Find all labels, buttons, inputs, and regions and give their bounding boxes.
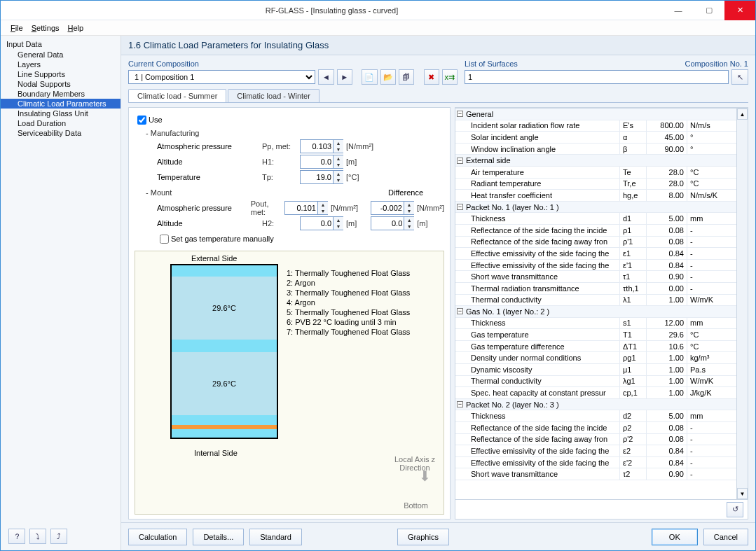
diagram-layer-1: 1: Thermally Toughened Float Glass — [287, 268, 410, 278]
help-icon[interactable]: ？ — [8, 529, 25, 544]
property-row: Reflectance of the side facing away fron… — [455, 237, 748, 249]
sidebar-item-layers[interactable]: Layers — [1, 60, 121, 69]
mount-p-dunit: [N/mm²] — [417, 204, 444, 212]
menu-settings[interactable]: Settings — [29, 24, 62, 32]
property-category[interactable]: −Packet No. 2 (layer No.: 3 ) — [455, 399, 748, 411]
property-row: Reflectance of the side facing away fron… — [455, 434, 748, 446]
mount-p-input[interactable]: ▲▼ — [284, 201, 328, 215]
menu-file[interactable]: File — [8, 24, 26, 32]
sidebar: Input Data General Data Layers Line Supp… — [1, 36, 121, 550]
property-row: Short wave transmittanceτ10.90- — [455, 271, 748, 283]
scroll-down-icon[interactable]: ▼ — [737, 488, 748, 499]
mount-h-dunit: [m] — [417, 219, 427, 228]
set-gas-checkbox-input[interactable] — [160, 235, 169, 244]
surfaces-input[interactable] — [465, 70, 729, 84]
cancel-button[interactable]: Cancel — [703, 529, 748, 545]
form-panel: Use - Manufacturing Atmospheric pressure… — [128, 107, 451, 519]
property-row: Heat transfer coefficienthg,e8.00N/m/s/K — [455, 190, 748, 202]
manu-p-input[interactable]: ▲▼ — [300, 139, 343, 153]
sidebar-item-line-supports[interactable]: Line Supports — [1, 69, 121, 79]
diagram-temp-2: 29.6°C — [212, 379, 236, 388]
details-button[interactable]: Details... — [193, 529, 244, 545]
property-row: Thicknessd25.00mm — [455, 410, 748, 422]
prev-button[interactable]: ◄ — [318, 69, 334, 85]
property-row: Effective emissivity of the side facing … — [455, 445, 748, 457]
mount-h-symbol: H2: — [262, 219, 300, 228]
export-icon[interactable]: ⤴ — [50, 529, 67, 544]
import-icon[interactable]: ⤵ — [29, 529, 46, 544]
manu-t-input[interactable]: ▲▼ — [300, 170, 343, 184]
set-gas-checkbox[interactable]: Set gas temperature manually — [157, 231, 444, 246]
delete-icon[interactable]: ✖ — [424, 69, 439, 85]
scroll-up-icon[interactable]: ▲ — [737, 109, 748, 120]
layers-diagram: External Side Internal Side 29.6°C 29.6°… — [135, 251, 444, 515]
sidebar-item-insulating-glass-unit[interactable]: Insulating Glass Unit — [1, 109, 121, 118]
property-row: Radiant temperatureTr,e28.0°C — [455, 179, 748, 190]
sidebar-item-load-duration[interactable]: Load Duration — [1, 118, 121, 128]
new-icon[interactable]: 📄 — [362, 69, 377, 85]
manufacturing-header: - Manufacturing — [146, 129, 444, 137]
current-composition-label: Current Composition — [128, 60, 458, 68]
titlebar: RF-GLASS - [Insulating glass - curved] —… — [1, 1, 755, 20]
pick-surfaces-icon[interactable]: ↖ — [731, 69, 748, 85]
property-row: Gas temperature differenceΔT110.6°C — [455, 341, 748, 353]
internal-side-label: Internal Side — [194, 449, 238, 457]
next-button[interactable]: ► — [337, 69, 352, 85]
manu-h-unit: [m] — [346, 158, 357, 166]
use-checkbox[interactable]: Use — [135, 112, 444, 127]
excel-icon[interactable]: x⇉ — [442, 69, 458, 85]
property-category[interactable]: −Gas No. 1 (layer No.: 2 ) — [455, 306, 748, 318]
property-row: Reflectance of the side facing the incid… — [455, 422, 748, 434]
graphics-button[interactable]: Graphics — [397, 529, 449, 545]
property-category[interactable]: −Packet No. 1 (layer No.: 1 ) — [455, 202, 748, 214]
difference-label: Difference — [388, 188, 423, 197]
tab-winter[interactable]: Climatic load - Winter — [228, 89, 319, 102]
manu-h-input[interactable]: ▲▼ — [300, 155, 343, 169]
ok-button[interactable]: OK — [652, 529, 698, 545]
standard-button[interactable]: Standard — [249, 529, 302, 545]
use-label: Use — [149, 116, 163, 124]
mount-header: - Mount — [146, 188, 172, 197]
reset-icon[interactable]: ↺ — [727, 502, 743, 517]
property-row: Reflectance of the side facing the incid… — [455, 225, 748, 237]
composition-select[interactable]: 1 | Composition 1 — [128, 70, 315, 84]
page-title: 1.6 Climatic Load Parameters for Insulat… — [121, 36, 755, 55]
mount-p-diff[interactable]: ▲▼ — [371, 201, 414, 215]
mount-h-diff[interactable]: ▲▼ — [371, 216, 414, 230]
tree-header: Input Data — [1, 39, 121, 50]
maximize-button[interactable]: ▢ — [694, 1, 724, 20]
menu-help[interactable]: Help — [65, 24, 87, 32]
tab-summer[interactable]: Climatic load - Summer — [128, 89, 226, 102]
property-row: Effective emissivity of the side facing … — [455, 248, 748, 260]
property-row: Thicknesss112.00mm — [455, 318, 748, 330]
footer: Calculation Details... Standard Graphics… — [121, 522, 755, 550]
property-row: Thermal radiation transmittanceτth,10.00… — [455, 283, 748, 295]
property-category[interactable]: −General — [455, 109, 748, 120]
diagram-layer-3: 3: Thermally Toughened Float Glass — [287, 288, 410, 298]
properties-scrollbar[interactable]: ▲ ▼ — [736, 109, 748, 499]
property-row: Short wave transmittanceτ20.90- — [455, 468, 748, 480]
property-row: Effective emissivity of the side facing … — [455, 457, 748, 469]
main-panel: 1.6 Climatic Load Parameters for Insulat… — [121, 36, 755, 550]
sidebar-item-general-data[interactable]: General Data — [1, 50, 121, 60]
sidebar-item-nodal-supports[interactable]: Nodal Supports — [1, 79, 121, 89]
mount-p-unit: [N/mm²] — [331, 204, 358, 212]
composition-number: Composition No. 1 — [685, 60, 749, 68]
mount-h-input[interactable]: ▲▼ — [300, 216, 343, 230]
minimize-button[interactable]: — — [663, 1, 694, 20]
property-row: Solar incident angleα45.00° — [455, 132, 748, 144]
sidebar-item-climatic-load-parameters[interactable]: Climatic Load Parameters — [1, 99, 121, 109]
sidebar-item-boundary-members[interactable]: Boundary Members — [1, 89, 121, 99]
properties-panel: −GeneralIncident solar radiation flow ra… — [455, 107, 748, 519]
sidebar-item-serviceability-data[interactable]: Serviceability Data — [1, 128, 121, 138]
set-gas-label: Set gas temperature manually — [171, 235, 274, 243]
use-checkbox-input[interactable] — [137, 116, 146, 125]
close-button[interactable]: ✕ — [724, 1, 755, 20]
property-category[interactable]: −External side — [455, 155, 748, 167]
calculation-button[interactable]: Calculation — [128, 529, 187, 545]
open-icon[interactable]: 📂 — [380, 69, 396, 85]
copy-icon[interactable]: 🗐 — [399, 69, 414, 85]
manu-t-unit: [°C] — [346, 173, 359, 181]
app-window: RF-GLASS - [Insulating glass - curved] —… — [0, 0, 756, 551]
window-title: RF-GLASS - [Insulating glass - curved] — [1, 6, 663, 15]
